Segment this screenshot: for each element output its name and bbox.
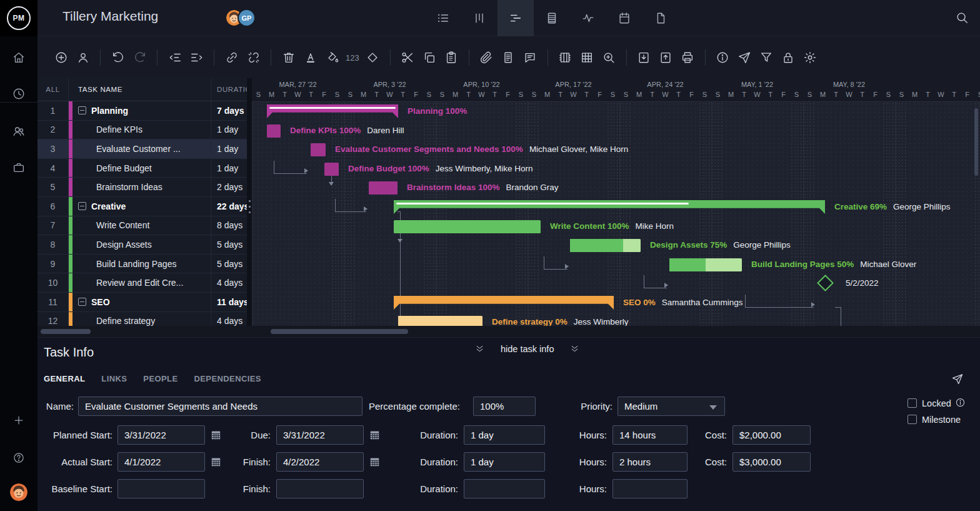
end-date-input[interactable]: 4/2/2022 <box>276 452 364 472</box>
hide-task-info-button[interactable]: hide task info <box>475 344 579 354</box>
task-name-cell[interactable]: Define KPIs <box>72 121 211 139</box>
task-bar-build-landing-pages[interactable] <box>669 258 742 271</box>
duration-input[interactable] <box>464 479 545 498</box>
undo-icon[interactable] <box>107 47 129 69</box>
sidebar-clock-icon[interactable] <box>0 80 38 108</box>
gantt-view-icon[interactable] <box>498 0 534 36</box>
font-color-icon[interactable] <box>299 47 321 69</box>
table-row-8[interactable]: 8Design Assets5 days <box>38 235 247 255</box>
duration-cell[interactable]: 4 days <box>211 312 247 326</box>
add-task-icon[interactable] <box>50 47 72 69</box>
gantt-hscrollbar-thumb[interactable] <box>271 329 408 334</box>
sidebar-portfolio-icon[interactable] <box>0 154 38 181</box>
table-row-2[interactable]: 2Define KPIs1 day <box>38 121 247 140</box>
task-bar-write-content[interactable] <box>394 220 541 233</box>
sidebar-team-icon[interactable] <box>0 118 38 145</box>
app-logo[interactable]: PM <box>0 0 38 36</box>
duration-cell[interactable]: 11 days <box>211 293 247 311</box>
tab-general[interactable]: GENERAL <box>44 374 85 383</box>
table-hscrollbar-thumb[interactable] <box>41 329 91 334</box>
task-name-cell[interactable]: Write Content <box>72 216 211 235</box>
fill-color-icon[interactable] <box>321 47 343 69</box>
start-date-input[interactable]: 4/1/2022 <box>118 452 205 472</box>
board-view-icon[interactable] <box>461 0 498 36</box>
task-name-cell[interactable]: Creative <box>72 197 211 216</box>
duration-cell[interactable]: 4 days <box>211 273 247 292</box>
member-avatar-initials[interactable]: GP <box>238 9 256 27</box>
task-name-cell[interactable]: SEO <box>72 293 211 311</box>
user-avatar[interactable] <box>10 483 28 501</box>
task-bar-design-assets[interactable] <box>570 239 641 252</box>
search-icon[interactable] <box>955 11 969 24</box>
calendar-picker-icon[interactable] <box>210 456 222 468</box>
paste-icon[interactable] <box>441 47 462 69</box>
tab-dependencies[interactable]: DEPENDENCIES <box>194 374 261 383</box>
start-date-input[interactable] <box>118 479 205 498</box>
calendar-view-icon[interactable] <box>606 0 642 36</box>
zoom-in-icon[interactable] <box>598 47 620 69</box>
table-row-1[interactable]: 1Planning7 days <box>38 101 247 121</box>
task-name-input[interactable]: Evaluate Customer Segments and Needs <box>78 397 362 416</box>
table-row-4[interactable]: 4Define Budget1 day <box>38 159 247 178</box>
task-name-cell[interactable]: Evaluate Customer ... <box>72 139 211 158</box>
indent-icon[interactable] <box>186 47 208 69</box>
outdent-icon[interactable] <box>164 47 186 69</box>
settings-icon[interactable] <box>799 47 821 69</box>
collapse-icon[interactable] <box>78 106 86 114</box>
gantt-vertical-scrollbar-thumb[interactable] <box>974 108 978 176</box>
locked-checkbox[interactable] <box>908 398 917 408</box>
summary-bar-planning[interactable] <box>267 104 398 118</box>
table-row-3[interactable]: 3Evaluate Customer ...1 day <box>38 139 247 159</box>
task-bar-evaluate-customer-segments-and-needs[interactable] <box>311 143 326 156</box>
duration-input[interactable]: 1 day <box>464 425 545 445</box>
send-icon[interactable] <box>951 373 964 385</box>
export-icon[interactable] <box>655 47 677 69</box>
tab-links[interactable]: LINKS <box>101 374 127 383</box>
duration-cell[interactable]: 8 days <box>211 216 247 235</box>
start-date-input[interactable]: 3/31/2022 <box>118 425 205 445</box>
task-name-cell[interactable]: Planning <box>72 101 211 120</box>
table-row-7[interactable]: 7Write Content8 days <box>38 216 247 236</box>
end-date-input[interactable] <box>276 479 364 498</box>
task-bar-define-budget[interactable] <box>324 163 339 176</box>
milestone-checkbox[interactable] <box>908 415 917 424</box>
print-icon[interactable] <box>677 47 699 69</box>
task-bar-define-kpis[interactable] <box>267 124 281 138</box>
task-name-cell[interactable]: Brainstorm Ideas <box>72 178 211 196</box>
duration-cell[interactable]: 7 days <box>211 101 247 120</box>
import-icon[interactable] <box>633 47 655 69</box>
table-row-11[interactable]: 11SEO11 days <box>38 293 247 312</box>
task-name-cell[interactable]: Define Budget <box>72 159 211 178</box>
list-view-icon[interactable] <box>425 0 461 36</box>
unlink-tasks-icon[interactable] <box>242 47 264 69</box>
columns-icon[interactable] <box>554 47 576 69</box>
table-row-5[interactable]: 5Brainstorm Ideas2 days <box>38 178 247 197</box>
cost-input[interactable]: $3,000.00 <box>732 452 811 472</box>
activity-view-icon[interactable] <box>570 0 606 36</box>
table-row-9[interactable]: 9Build Landing Pages5 days <box>38 255 247 274</box>
share-icon[interactable] <box>734 47 756 69</box>
duration-cell[interactable]: 22 days <box>211 197 247 216</box>
sidebar-home-icon[interactable] <box>0 44 38 71</box>
copy-icon[interactable] <box>419 47 441 69</box>
notes-icon[interactable] <box>498 47 519 69</box>
tab-people[interactable]: PEOPLE <box>143 374 178 383</box>
hours-input[interactable] <box>612 479 688 498</box>
priority-select[interactable]: Medium <box>618 397 725 416</box>
table-row-10[interactable]: 10Review and Edit Cre...4 days <box>38 273 247 293</box>
table-row-12[interactable]: 12Define strategy4 days <box>38 312 247 326</box>
duration-cell[interactable]: 1 day <box>211 121 247 139</box>
locked-info-icon[interactable] <box>955 397 966 408</box>
gantt-chart[interactable]: Planning 100%Define KPIs 100%Daren HillE… <box>252 78 980 326</box>
sidebar-add-icon[interactable] <box>0 407 38 434</box>
hours-input[interactable]: 2 hours <box>612 452 688 472</box>
filter-icon[interactable] <box>756 47 778 69</box>
hours-input[interactable]: 14 hours <box>612 425 688 445</box>
assign-user-icon[interactable] <box>72 47 94 69</box>
end-date-input[interactable]: 3/31/2022 <box>276 425 364 445</box>
cut-icon[interactable] <box>397 47 419 69</box>
redo-icon[interactable] <box>129 47 151 69</box>
milestone-icon[interactable] <box>362 47 384 69</box>
calendar-picker-icon[interactable] <box>369 429 381 441</box>
duration-input[interactable]: 1 day <box>464 452 545 472</box>
